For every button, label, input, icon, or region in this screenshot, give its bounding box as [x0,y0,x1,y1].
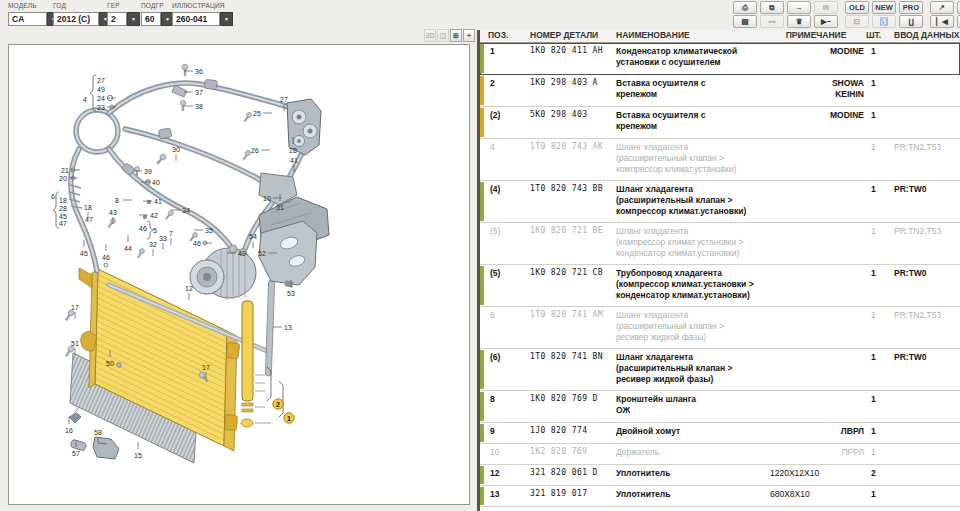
table-row[interactable]: 11K0 820 411 AHКонденсатор климатической… [480,43,960,75]
callout-27[interactable]: 27 [97,77,105,84]
table-row[interactable]: (5)1K0 820 721 BEШланг хладагента(компре… [480,223,960,265]
callout-57[interactable]: 57 [72,450,80,457]
callout-44[interactable]: 44 [124,245,132,252]
callout-32[interactable]: 32 [149,241,157,248]
callout-31[interactable]: 31 [276,204,284,211]
table-row[interactable]: 91J0 820 774Двойной хомутЛВРЛ1 [480,423,960,444]
illustration-panel[interactable]: 2749242343637383021203940618284547841184… [8,44,470,505]
table-row[interactable]: (4)1T0 820 743 BBШланг хладагента(расшир… [480,181,960,223]
callout-33[interactable]: 33 [159,235,167,242]
callout-1[interactable]: 1 [287,415,291,422]
callout-49[interactable]: 49 [238,250,246,257]
callout-40[interactable]: 40 [152,179,160,186]
parts-table[interactable]: ПОЗ. НОМЕР ДЕТАЛИ НАИМЕНОВАНИЕ ПРИМЕЧАНИ… [477,30,960,511]
table-row[interactable]: (5)1K0 820 721 CBТрубопровод хладагента(… [480,265,960,307]
field-value-input[interactable]: 260-041 [172,12,220,26]
field-value-input[interactable]: 60 [141,12,161,26]
callout-47[interactable]: 47 [85,216,93,223]
part-number-cell: 1T0 820 743 AK [530,142,616,180]
callout-53[interactable]: 53 [287,290,295,297]
callout-2[interactable]: 2 [276,401,280,408]
goto-illustration-icon[interactable]: → [787,1,811,14]
callout-12[interactable]: 12 [185,285,193,292]
callout-5[interactable]: 5 [153,227,157,234]
crown-icon[interactable]: ♛ [787,15,811,28]
callout-51[interactable]: 51 [71,340,79,347]
callout-37[interactable]: 37 [195,89,203,96]
availability-bar [480,308,484,347]
print-icon[interactable]: ⎙ [733,1,757,14]
callout-18[interactable]: 18 [84,204,92,211]
table-row[interactable]: 101K2 820 769ДержательПРРЛ1 [480,444,960,465]
callout-18[interactable]: 18 [59,197,67,204]
external-arrow-icon[interactable]: ↗ [930,1,954,14]
callout-58[interactable]: 58 [94,429,102,436]
table-row[interactable]: 13321 819 017Уплотнитель680X8X101 [480,486,960,507]
callout-30[interactable]: 30 [172,146,180,153]
callout-54[interactable]: 54 [249,233,257,240]
callout-47[interactable]: 47 [59,220,67,227]
new-button[interactable]: NEW [872,1,896,14]
callout-46[interactable]: 46 [102,254,110,261]
table-row[interactable]: 61T0 820 741 AMШланг хладагента(расширит… [480,307,960,349]
callout-50[interactable]: 50 [106,360,114,367]
callout-7[interactable]: 7 [169,230,173,237]
list-icon[interactable]: ▤ [733,15,757,28]
copy-icon[interactable]: ⧉ [760,1,784,14]
callout-20[interactable]: 20 [59,175,67,182]
dropdown-button[interactable]: ▼ [127,12,140,26]
old-button[interactable]: OLD [845,1,869,14]
field-value-input[interactable]: 2 [107,12,127,26]
callout-43[interactable]: 43 [109,209,117,216]
callout-15[interactable]: 15 [134,452,142,459]
table-row[interactable]: 81K0 820 769 DКронштейн шлангаОЖ1 [480,391,960,423]
callout-13[interactable]: 13 [284,324,292,331]
pr-code-cell [886,447,960,464]
callout-27[interactable]: 27 [280,96,288,103]
callout-6[interactable]: 6 [51,193,55,200]
note-cell: 680X8X10 [766,489,866,506]
table-row[interactable]: (6)1T0 820 741 BNШланг хладагента(расшир… [480,349,960,391]
callout-21[interactable]: 21 [61,167,69,174]
callout-45[interactable]: 45 [59,213,67,220]
table-row[interactable]: (2)5K0 298 403Вставка осушителя скрепежо… [480,107,960,139]
callout-4[interactable]: 4 [83,96,87,103]
callout-35[interactable]: 35 [205,227,213,234]
callout-41[interactable]: 41 [154,198,162,205]
callout-36[interactable]: 36 [195,68,203,75]
callout-23[interactable]: 23 [97,104,105,111]
field-value-input[interactable]: 2012 (C) [53,12,99,26]
callout-24[interactable]: 24 [97,95,105,102]
callout-17[interactable]: 17 [202,364,210,371]
callout-45[interactable]: 45 [80,250,88,257]
window-icon[interactable]: ⊞ [450,29,462,42]
table-row[interactable]: 12321 820 061 DУплотнитель1220X12X102 [480,465,960,486]
cart-icon[interactable]: ∐ [899,15,923,28]
callout-46[interactable]: 46 [139,225,147,232]
callout-28[interactable]: 28 [289,147,297,154]
callout-16[interactable]: 16 [65,427,73,434]
callout-41[interactable]: 41 [290,157,298,164]
callout-25[interactable]: 25 [253,110,261,117]
callout-8[interactable]: 8 [115,197,119,204]
play-minus-icon[interactable]: ▶− [814,15,838,28]
callout-49[interactable]: 49 [97,86,105,93]
field-value-input[interactable]: CA [8,12,47,26]
callout-26[interactable]: 26 [251,147,259,154]
callout-28[interactable]: 28 [59,205,67,212]
callout-39[interactable]: 39 [144,168,152,175]
dropdown-button[interactable]: ▼ [220,12,233,26]
callout-42[interactable]: 42 [150,212,158,219]
callout-17[interactable]: 17 [71,304,79,311]
callout-10[interactable]: 10 [263,195,271,202]
pr-code-cell [886,78,960,106]
callout-46[interactable]: 46 [193,240,201,247]
callout-52[interactable]: 52 [258,250,266,257]
callout-38[interactable]: 38 [195,103,203,110]
pan-icon[interactable]: + [463,29,475,42]
table-row[interactable]: 21K0 298 403 AВставка осушителя скрепежо… [480,75,960,107]
pro-button[interactable]: PRO [899,1,923,14]
first-page-icon[interactable]: ▏◀ [930,15,954,28]
table-row[interactable]: 41T0 820 743 AKШланг хладагента(расширит… [480,139,960,181]
callout-34[interactable]: 34 [182,207,190,214]
